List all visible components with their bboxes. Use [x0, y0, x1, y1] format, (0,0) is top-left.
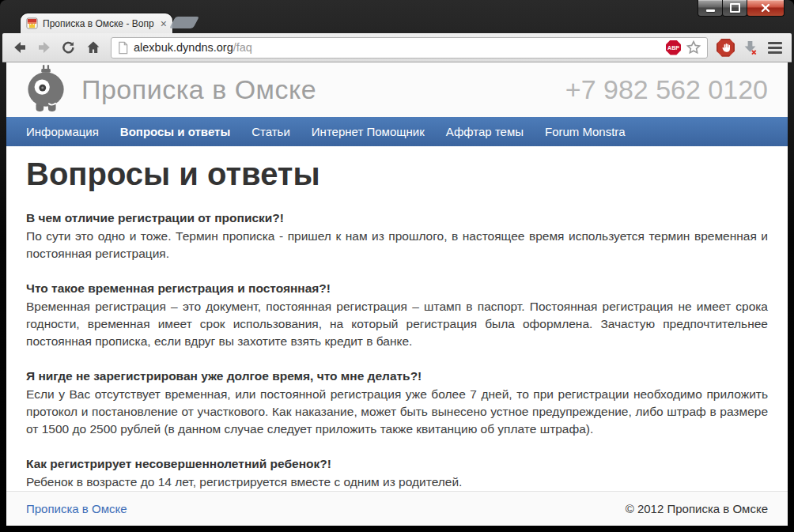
faq-answer: Временная регистрация – это документ, по… [26, 298, 768, 350]
reload-icon [61, 40, 76, 55]
forward-icon [36, 40, 52, 55]
close-button[interactable] [747, 0, 785, 17]
nav-item-2[interactable]: Статьи [251, 125, 290, 138]
main-nav: ИнформацияВопросы и ответыСтатьиИнтернет… [6, 117, 788, 146]
nav-item-5[interactable]: Forum Monstra [545, 125, 626, 138]
minimize-icon [706, 9, 715, 12]
browser-tab[interactable]: Прописка в Омске - Вопр × [21, 13, 172, 33]
download-extension-button[interactable] [739, 37, 761, 58]
copyright: © 2012 Прописка в Омске [626, 502, 768, 515]
forward-button[interactable] [33, 37, 55, 58]
page-title: Вопросы и ответы [26, 157, 768, 192]
faq-list: В чем отличие регистрации от прописки?!П… [26, 211, 768, 491]
tab-close-icon[interactable]: × [161, 18, 167, 29]
adblock-icon[interactable]: ABP [666, 40, 681, 55]
phone-number: +7 982 562 0120 [565, 74, 768, 105]
site-header: Прописка в Омске +7 982 562 0120 [6, 62, 788, 117]
home-icon [85, 40, 101, 55]
stop-hand-icon [716, 39, 735, 57]
minimize-button[interactable] [698, 0, 723, 17]
download-icon [741, 39, 759, 57]
nav-item-4[interactable]: Аффтар темы [446, 125, 524, 138]
site-logo-link[interactable] [26, 64, 67, 115]
address-bar[interactable]: alexbuk.dyndns.org/faq ABP [111, 37, 708, 58]
restore-icon [730, 3, 740, 13]
nav-item-1[interactable]: Вопросы и ответы [120, 125, 230, 138]
footer-home-link[interactable]: Прописка в Омске [26, 502, 127, 515]
faq-question: Я нигде не зарегистрирован уже долгое вр… [26, 369, 768, 383]
reload-button[interactable] [58, 37, 79, 58]
faq-question: Как регистрирует несовершеннолетний ребе… [26, 457, 768, 471]
favicon [26, 17, 38, 29]
faq-item-2: Я нигде не зарегистрирован уже долгое вр… [26, 369, 768, 438]
faq-question: Что такое временная регистрация и постоя… [26, 281, 768, 296]
faq-item-1: Что такое временная регистрация и постоя… [26, 281, 768, 350]
restore-button[interactable] [722, 0, 747, 17]
title-bar: Прописка в Омске - Вопр × [0, 0, 794, 33]
monster-logo-icon [26, 64, 67, 115]
content: Вопросы и ответы В чем отличие регистрац… [6, 146, 788, 491]
nav-item-3[interactable]: Интернет Помощник [312, 125, 425, 138]
site-title[interactable]: Прописка в Омске [81, 74, 316, 105]
back-icon [12, 40, 28, 55]
close-icon [761, 3, 770, 13]
faq-answer: Если у Вас отсутствует временная, или по… [26, 386, 768, 438]
stop-extension-button[interactable] [715, 37, 736, 58]
url-host: alexbuk.dyndns.org [134, 41, 233, 54]
faq-answer: Ребенок в возрасте до 14 лет, регистриру… [26, 474, 768, 491]
menu-icon [768, 42, 782, 54]
browser-window: Прописка в Омске - Вопр × [0, 0, 794, 532]
back-button[interactable] [9, 37, 30, 58]
site-footer: Прописка в Омске © 2012 Прописка в Омске [6, 491, 788, 526]
browser-menu-button[interactable] [764, 37, 785, 58]
faq-answer: По сути это одно и тоже. Термин прописка… [26, 228, 768, 262]
faq-item-3: Как регистрирует несовершеннолетний ребе… [26, 457, 768, 491]
faq-item-0: В чем отличие регистрации от прописки?!П… [26, 211, 768, 262]
web-page: Прописка в Омске +7 982 562 0120 Информа… [6, 62, 788, 526]
window-controls [698, 0, 785, 17]
page-icon [117, 41, 129, 55]
bookmark-star-icon[interactable] [686, 40, 701, 55]
nav-item-0[interactable]: Информация [26, 125, 99, 138]
new-tab-button[interactable] [169, 17, 199, 28]
url-text: alexbuk.dyndns.org/faq [134, 41, 252, 54]
url-path: /faq [233, 41, 252, 54]
tab-title: Прописка в Омске - Вопр [43, 18, 156, 29]
browser-toolbar: alexbuk.dyndns.org/faq ABP [2, 33, 792, 62]
home-button[interactable] [82, 37, 104, 58]
faq-question: В чем отличие регистрации от прописки?! [26, 211, 768, 225]
